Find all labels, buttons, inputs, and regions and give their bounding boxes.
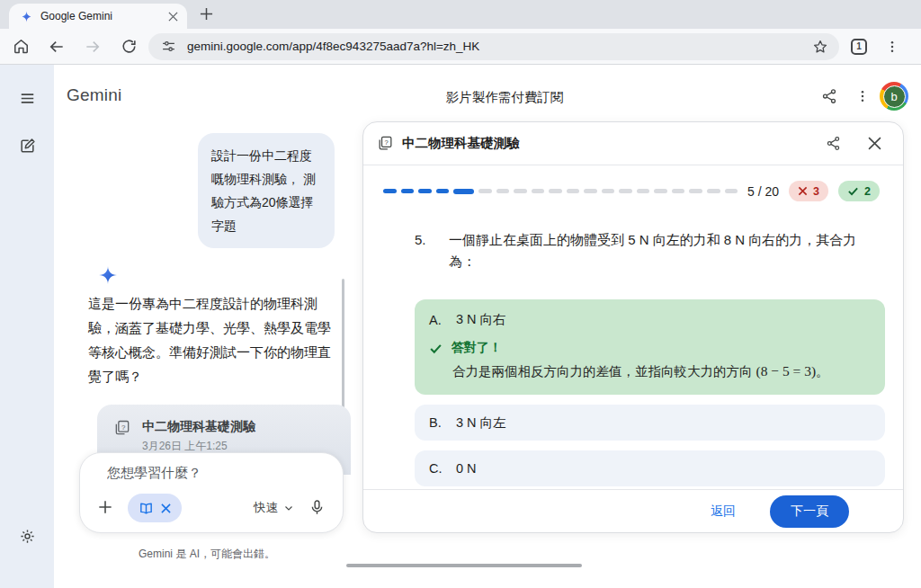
progress-segment	[418, 189, 432, 193]
chevron-down-icon	[283, 503, 294, 513]
quiz-footer: 返回 下一頁	[363, 489, 903, 532]
avatar-letter: b	[883, 85, 906, 108]
question-row: 5. 一個靜止在桌面上的物體受到 5 N 向左的力和 8 N 向右的力，其合力為…	[415, 229, 867, 272]
progress-segment	[514, 189, 527, 193]
svg-text:?: ?	[121, 423, 126, 432]
microphone-icon[interactable]	[308, 499, 326, 517]
url-text: gemini.google.com/app/4f8ec943275aad7a?h…	[187, 40, 812, 53]
browser-tab[interactable]: Google Gemini	[9, 4, 187, 29]
progress-segment	[496, 189, 510, 193]
tab-title: Google Gemini	[40, 10, 165, 22]
chip-close-icon[interactable]	[161, 503, 171, 513]
quiz-option-c[interactable]: C.0 N	[415, 450, 885, 486]
quiz-progress-row: 5 / 20 3 2	[383, 181, 880, 201]
progress-segment	[401, 189, 415, 193]
tab-close-icon[interactable]	[165, 9, 180, 23]
reload-icon[interactable]	[111, 31, 147, 62]
svg-text:?: ?	[385, 138, 389, 147]
math-expression: (8 − 5 = 3)	[756, 363, 817, 379]
home-icon[interactable]	[3, 31, 39, 62]
progress-segment	[567, 189, 580, 193]
avatar[interactable]: b	[880, 82, 908, 111]
progress-segment	[549, 189, 562, 193]
menu-icon[interactable]	[17, 88, 37, 108]
mode-label: 快速	[254, 500, 278, 516]
user-message-bubble: 設計一份中二程度嘅物理科測驗， 測驗方式為20條選擇字題	[198, 133, 335, 248]
progress-segment	[707, 189, 720, 193]
back-icon[interactable]	[39, 31, 75, 62]
progress-segment	[532, 189, 545, 193]
progress-segment	[383, 189, 397, 193]
guided-learning-chip[interactable]	[128, 494, 182, 522]
option-text: 3 N 向左	[456, 414, 506, 432]
browser-toolbar: gemini.google.com/app/4f8ec943275aad7a?h…	[0, 29, 921, 65]
tab-counter-button[interactable]: 1	[851, 39, 867, 55]
quiz-panel-header: ? 中二物理科基礎測驗	[363, 122, 903, 165]
next-page-button[interactable]: 下一頁	[770, 495, 849, 528]
feedback-explanation: 合力是兩個相反方向力的差值，並指向較大力的方向 (8 − 5 = 3)。	[452, 361, 871, 382]
share-icon[interactable]	[819, 86, 839, 106]
address-bar[interactable]: gemini.google.com/app/4f8ec943275aad7a?h…	[148, 33, 839, 60]
option-text: 3 N 向右	[456, 311, 506, 328]
model-response-text: 這是一份專為中二程度設計的物理科測驗，涵蓋了基礎力學、光學、熱學及電學等核心概念…	[88, 291, 338, 388]
question-number: 5.	[415, 229, 449, 272]
option-text: 0 N	[456, 461, 477, 476]
gemini-sparkle-icon	[97, 264, 119, 286]
cross-icon	[798, 186, 808, 196]
progress-segment	[619, 189, 632, 193]
forward-icon[interactable]	[75, 31, 111, 62]
add-attachment-icon[interactable]	[96, 498, 116, 518]
progress-segment	[654, 189, 667, 193]
bookmark-star-icon[interactable]	[812, 39, 828, 55]
progress-segment	[436, 189, 450, 193]
conversation-title: 影片製作需付費訂閱	[54, 89, 921, 106]
question-text: 一個靜止在桌面上的物體受到 5 N 向左的力和 8 N 向右的力，其合力為：	[449, 229, 867, 272]
back-button[interactable]: 返回	[711, 503, 736, 520]
quiz-share-icon[interactable]	[824, 135, 842, 153]
sidebar-rail	[0, 65, 54, 588]
progress-segment	[602, 189, 615, 193]
site-settings-icon[interactable]	[161, 39, 176, 54]
options-list: A.3 N 向右答對了！合力是兩個相反方向力的差值，並指向較大力的方向 (8 −…	[415, 299, 885, 489]
option-letter: C.	[429, 461, 456, 476]
correct-count-badge: 2	[838, 181, 880, 201]
browser-menu-icon[interactable]	[874, 31, 910, 62]
quiz-icon: ?	[377, 135, 394, 152]
artifact-title: 中二物理科基礎測驗	[142, 419, 255, 435]
quiz-title: 中二物理科基礎測驗	[402, 135, 800, 152]
horizontal-scrollbar[interactable]	[346, 564, 582, 567]
prompt-input-container[interactable]: 快速	[79, 452, 344, 533]
prompt-input[interactable]	[107, 465, 314, 480]
book-icon	[139, 501, 154, 516]
option-letter: A.	[429, 313, 456, 327]
ai-disclaimer: Gemini 是 AI，可能會出錯。	[54, 547, 360, 562]
gemini-favicon-icon	[20, 10, 33, 23]
chat-scrollbar[interactable]	[342, 279, 344, 414]
quiz-body: 5 / 20 3 2 5. 一個靜止在桌面上的物體受到 5 N 向左的力和 8 …	[363, 165, 903, 489]
settings-gear-icon[interactable]	[17, 526, 37, 546]
quiz-option-b[interactable]: B.3 N 向左	[415, 405, 885, 441]
progress-segments	[383, 189, 738, 194]
gemini-app: Gemini 影片製作需付費訂閱 b 設計一份中二程度嘅物理科測驗， 測驗方式為…	[54, 65, 921, 588]
feedback-title: 答對了！	[452, 340, 502, 356]
browser-tab-strip: Google Gemini	[0, 0, 921, 29]
quiz-option-a[interactable]: A.3 N 向右答對了！合力是兩個相反方向力的差值，並指向較大力的方向 (8 −…	[415, 299, 885, 395]
progress-segment	[637, 189, 650, 193]
check-icon	[847, 185, 859, 197]
new-chat-icon[interactable]	[17, 136, 37, 156]
header-menu-icon[interactable]	[853, 86, 872, 106]
check-icon	[429, 342, 443, 355]
progress-segment	[672, 189, 685, 193]
correct-feedback: 答對了！	[429, 340, 871, 356]
new-tab-button[interactable]	[200, 7, 214, 22]
quiz-close-icon[interactable]	[865, 135, 883, 153]
progress-segment	[584, 189, 597, 193]
progress-segment	[453, 189, 474, 194]
progress-segment	[478, 189, 492, 193]
wrong-count-badge: 3	[789, 181, 828, 201]
model-mode-selector[interactable]: 快速	[254, 500, 294, 516]
quiz-panel: ? 中二物理科基礎測驗 5 / 20 3	[362, 121, 904, 533]
progress-segment	[725, 189, 738, 193]
progress-label: 5 / 20	[747, 184, 779, 199]
option-letter: B.	[429, 415, 456, 430]
